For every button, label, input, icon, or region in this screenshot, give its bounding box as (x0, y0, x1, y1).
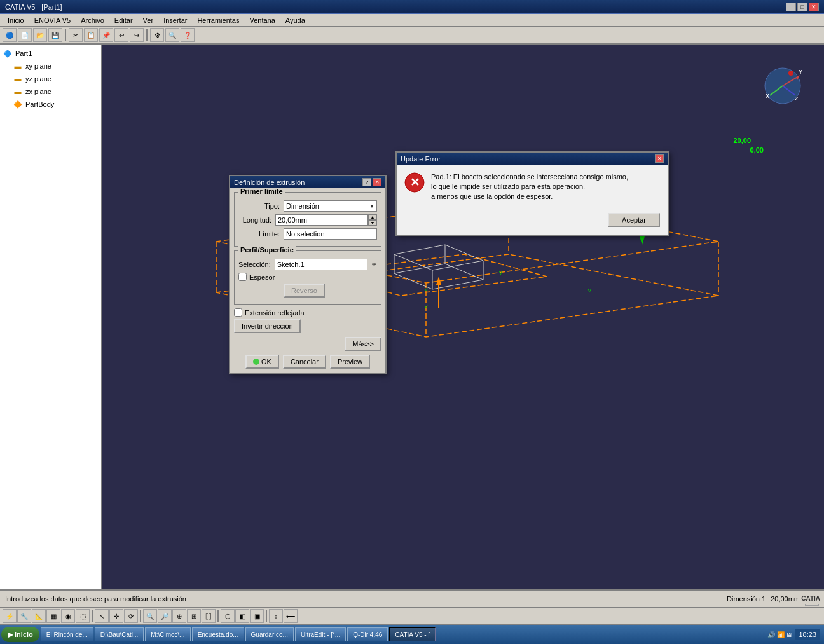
bottom-btn-18[interactable]: ↕ (269, 609, 283, 623)
bottom-btn-19[interactable]: ⟵ (284, 609, 298, 623)
longitud-label: Longitud: (238, 216, 271, 224)
bottom-btn-7[interactable]: ↖ (95, 609, 109, 623)
viewport-3d[interactable]: v v v v v LIM1 LIM2 20,00 0,00 Y Z (102, 45, 824, 589)
minimize-button[interactable]: _ (786, 3, 796, 11)
menu-ver[interactable]: Ver (138, 15, 159, 25)
title-bar-buttons: _ □ ✕ (786, 3, 819, 11)
taskbar-right: 🔊 📶 🖥 18:23 (767, 629, 823, 640)
ok-button[interactable]: OK (245, 355, 279, 369)
bottom-sep-1 (92, 610, 93, 622)
close-button[interactable]: ✕ (809, 3, 819, 11)
bottom-btn-10[interactable]: 🔍 (143, 609, 157, 623)
toolbar-btn-10[interactable]: ⚙ (150, 28, 164, 42)
toolbar: 🔵 📄 📂 💾 ✂ 📋 📌 ↩ ↪ ⚙ 🔍 ❓ (0, 27, 824, 45)
bottom-btn-14[interactable]: ⟦⟧ (202, 609, 216, 623)
menu-herramientas[interactable]: Herramientas (192, 15, 244, 25)
preview-button[interactable]: Preview (330, 355, 370, 369)
bottom-btn-2[interactable]: 🔧 (17, 609, 31, 623)
toolbar-btn-2[interactable]: 📄 (18, 28, 32, 42)
bottom-btn-6[interactable]: ⬚ (76, 609, 90, 623)
error-dialog-buttons: Aceptar (397, 209, 668, 235)
ok-dot-icon (253, 359, 259, 365)
bottom-toolbar: ⚡ 🔧 📐 ▦ ◉ ⬚ ↖ ✛ ⟳ 🔍 🔎 ⊕ ⊞ ⟦⟧ ⬡ ◧ ▣ ↕ ⟵ C… (0, 607, 824, 625)
seleccion-input[interactable] (275, 259, 367, 270)
bottom-btn-9[interactable]: ⟳ (124, 609, 138, 623)
toolbar-btn-5[interactable]: ✂ (69, 28, 83, 42)
bottom-btn-15[interactable]: ⬡ (221, 609, 235, 623)
espesor-checkbox[interactable] (238, 273, 247, 281)
taskbar-item-5[interactable]: Guardar co... (245, 627, 294, 641)
menu-ayuda[interactable]: Ayuda (280, 15, 310, 25)
pad-dialog-close-btn[interactable]: ✕ (373, 178, 381, 186)
svg-marker-15 (640, 236, 645, 245)
pad-dialog-help-btn[interactable]: ? (362, 178, 371, 186)
menu-insertar[interactable]: Insertar (158, 15, 192, 25)
part-icon: 🔷 (3, 48, 13, 58)
aceptar-button[interactable]: Aceptar (608, 213, 660, 227)
bottom-btn-11[interactable]: 🔎 (158, 609, 172, 623)
bottom-btn-8[interactable]: ✛ (109, 609, 123, 623)
bottom-btn-16[interactable]: ◧ (235, 609, 249, 623)
bottom-btn-3[interactable]: 📐 (32, 609, 46, 623)
menu-archivo[interactable]: Archivo (76, 15, 109, 25)
bottom-btn-13[interactable]: ⊞ (187, 609, 201, 623)
first-limit-label: Primer límite (238, 188, 285, 195)
tree-zx-plane[interactable]: ▬ zx plane (13, 85, 99, 98)
taskbar-item-2[interactable]: D:\Bau\Cati... (95, 627, 144, 641)
menu-ventana[interactable]: Ventana (244, 15, 280, 25)
tipo-label: Tipo: (238, 202, 280, 210)
limite-value: No selection (286, 230, 325, 238)
taskbar-item-4[interactable]: Encuesta.do... (192, 627, 244, 641)
toolbar-btn-7[interactable]: 📌 (99, 28, 113, 42)
mas-button[interactable]: Más>> (345, 337, 381, 351)
taskbar: ▶ Inicio El Rincón de... D:\Bau\Cati... … (0, 625, 824, 644)
toolbar-btn-4[interactable]: 💾 (48, 28, 62, 42)
first-limit-section: Primer límite Tipo: Dimensión ▼ Longitud… (234, 192, 381, 247)
tipo-dropdown[interactable]: Dimensión ▼ (284, 200, 377, 212)
main-area: 🔷 Part1 ▬ xy plane ▬ yz plane ▬ zx plane… (0, 45, 824, 589)
reverso-button[interactable]: Reverso (284, 284, 325, 298)
tree-zx-label: zx plane (25, 88, 52, 95)
menu-editar[interactable]: Editar (109, 15, 138, 25)
extension-checkbox[interactable] (234, 308, 242, 317)
taskbar-item-3[interactable]: M:\Cimoc\... (145, 627, 190, 641)
error-dialog-title-text: Update Error (401, 155, 441, 163)
toolbar-btn-8[interactable]: ↩ (114, 28, 128, 42)
spinner-up[interactable]: ▲ (368, 214, 377, 220)
tree-xy-label: xy plane (25, 62, 52, 70)
cancelar-button[interactable]: Cancelar (283, 355, 326, 369)
tree-yz-plane[interactable]: ▬ yz plane (13, 72, 99, 85)
taskbar-item-7[interactable]: Q-Dir 4.46 (347, 627, 388, 641)
taskbar-item-8[interactable]: CATIA V5 - [ (389, 627, 436, 641)
bottom-btn-4[interactable]: ▦ (46, 609, 60, 623)
bottom-btn-12[interactable]: ⊕ (172, 609, 186, 623)
toolbar-btn-6[interactable]: 📋 (84, 28, 98, 42)
menu-inicio[interactable]: Inicio (3, 15, 29, 25)
bottom-btn-1[interactable]: ⚡ (3, 609, 17, 623)
toolbar-btn-3[interactable]: 📂 (33, 28, 47, 42)
spinner-down[interactable]: ▼ (368, 220, 377, 226)
left-panel: 🔷 Part1 ▬ xy plane ▬ yz plane ▬ zx plane… (0, 45, 102, 589)
tree-yz-label: yz plane (25, 75, 52, 83)
bottom-btn-17[interactable]: ▣ (250, 609, 264, 623)
toolbar-btn-12[interactable]: ❓ (181, 28, 195, 42)
tree-partbody[interactable]: 🔶 PartBody (13, 98, 99, 111)
extension-label: Extensión reflejada (245, 309, 305, 317)
toolbar-btn-9[interactable]: ↪ (130, 28, 144, 42)
invertir-button[interactable]: Invertir dirección (234, 319, 301, 333)
tree-xy-plane[interactable]: ▬ xy plane (13, 60, 99, 72)
bottom-btn-5[interactable]: ◉ (61, 609, 75, 623)
toolbar-btn-1[interactable]: 🔵 (3, 28, 17, 42)
toolbar-btn-11[interactable]: 🔍 (165, 28, 179, 42)
tree-part1[interactable]: 🔷 Part1 (3, 47, 99, 60)
taskbar-item-1[interactable]: El Rincón de... (41, 627, 93, 641)
menu-enovia[interactable]: ENOVIA V5 (29, 15, 76, 25)
seleccion-field: ✏ (275, 259, 380, 270)
longitud-input[interactable] (275, 214, 368, 226)
seleccion-edit-btn[interactable]: ✏ (369, 259, 380, 270)
maximize-button[interactable]: □ (797, 3, 807, 11)
reverso-row: Reverso (238, 284, 377, 298)
error-dialog-close-btn[interactable]: ✕ (655, 154, 664, 163)
start-button[interactable]: ▶ Inicio (1, 627, 39, 642)
taskbar-item-6[interactable]: UltraEdit - [*... (295, 627, 346, 641)
